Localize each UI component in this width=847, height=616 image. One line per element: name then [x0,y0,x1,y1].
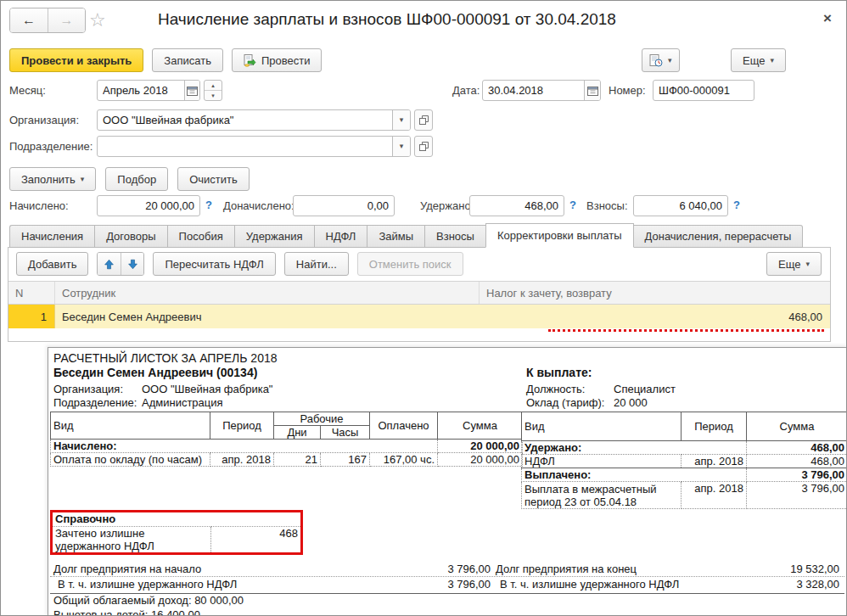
toolbar-more-button[interactable]: Еще ▾ [731,48,786,72]
tab-loans[interactable]: Займы [367,225,424,248]
number-field [653,80,754,101]
open-link-icon[interactable] [414,109,433,131]
withheld-label: Удержано: [420,199,474,212]
fill-button-label: Заполнить [21,173,76,186]
find-button[interactable]: Найти... [284,252,349,276]
grid-toolbar: Добавить Пересчитать НДФЛ Найти... Отмен… [16,252,463,276]
month-stepper[interactable]: ▴ ▾ [204,80,222,101]
tab-recalculations[interactable]: Доначисления, перерасчеты [634,225,804,248]
chevron-down-icon[interactable]: ▾ [392,137,410,156]
tax-cell[interactable]: 468,00 [480,311,830,323]
post-and-close-button[interactable]: Провести и закрыть [9,48,143,72]
accruals-table: Вид Период Рабочие Оплачено Сумма Дни Ча… [50,412,523,467]
payslip-org-label: Организация: [53,383,123,395]
tab-contracts[interactable]: Договоры [94,225,166,248]
number-input[interactable] [653,81,754,100]
grid-header-n[interactable]: N [8,282,55,304]
withheld-input[interactable] [470,196,564,216]
accrual-period: апр. 2018 [210,453,274,467]
accrual-days: 21 [274,453,321,467]
grid-more-label: Еще [778,258,800,271]
employee-cell[interactable]: Беседин Семен Андреевич [55,311,480,323]
col-header: Период [210,412,274,440]
child-deductions-line: Вычетов на детей: 16 400,00 [53,608,200,616]
grid-header-employee[interactable]: Сотрудник [55,282,480,304]
post-button[interactable]: Провести [232,48,323,72]
col-header: Вид [522,412,682,441]
organization-field-group: ▾ [97,109,433,131]
move-down-button[interactable] [121,253,143,275]
accrued-input[interactable] [98,196,199,216]
withheld-help-icon[interactable]: ? [569,199,576,211]
dropdown-caret-icon: ▾ [770,57,774,64]
contributions-help-icon[interactable]: ? [733,199,740,211]
calendar-icon[interactable] [584,81,600,100]
tab-deductions[interactable]: Удержания [234,225,314,248]
payslip-dept-label: Подразделение: [53,396,137,409]
row-number-cell[interactable]: 1 [8,305,55,328]
add-row-button[interactable]: Добавить [16,252,88,276]
fill-button[interactable]: Заполнить ▾ [9,167,96,191]
debt-end-sub-label: В т. ч. излишне удержанного НДФЛ [496,578,788,591]
tab-accruals[interactable]: Начисления [9,225,94,248]
clear-button[interactable]: Очистить [177,167,250,191]
withholding-kind: НДФЛ [522,455,682,468]
reference-title: Справочно [53,512,300,526]
tab-contributions[interactable]: Взносы [424,225,485,248]
move-up-button[interactable] [98,253,121,275]
date-input[interactable] [483,81,584,100]
stepper-up-icon[interactable]: ▴ [205,81,222,91]
accrual-hours: 167 [321,453,370,467]
favorite-star-icon[interactable]: ☆ [89,9,106,31]
pick-button[interactable]: Подбор [105,167,168,191]
payslip-report: РАСЧЕТНЫЙ ЛИСТОК ЗА АПРЕЛЬ 2018 Беседин … [48,347,847,616]
payment-period: апр. 2018 [682,482,747,509]
chevron-down-icon[interactable]: ▾ [392,110,410,130]
accrual-sum: 20 000,00 [438,453,523,467]
grid-header-tax[interactable]: Налог к зачету, возврату [480,282,830,304]
contributions-field [633,195,728,216]
tab-ndfl[interactable]: НДФЛ [314,225,367,248]
close-icon[interactable]: × [823,10,832,27]
department-input[interactable] [98,137,392,156]
month-input[interactable] [98,81,184,100]
withholding-period: апр. 2018 [682,455,747,468]
organization-input[interactable] [98,110,392,130]
col-header: Сумма [747,412,847,441]
tab-payment-adjustments[interactable]: Корректировки выплаты [485,223,634,248]
move-up-icon [104,259,115,270]
withholdings-table: Вид Период Сумма Удержано: 468,00 НДФЛ а… [521,412,847,509]
extra-accrued-input[interactable] [294,196,394,216]
debt-start-label: Долг предприятия на начало [50,563,339,575]
stepper-down-icon[interactable]: ▾ [205,91,222,100]
document-clock-icon [649,54,663,67]
payslip-salary-label: Оклад (тариф): [526,396,604,409]
back-button[interactable]: ← [10,8,48,32]
accrued-total-value: 20 000,00 [438,440,523,453]
recalc-ndfl-button[interactable]: Пересчитать НДФЛ [153,252,275,276]
department-label: Подразделение: [9,140,93,153]
col-header: Дни [274,426,321,440]
contributions-input[interactable] [634,196,727,216]
col-header: Рабочие [274,412,370,426]
open-link-icon[interactable] [414,136,433,157]
number-label: Номер: [609,84,646,97]
forward-button[interactable]: → [48,8,85,32]
date-field [482,80,601,101]
debt-end-value: 19 532,00 [788,563,844,575]
table-row[interactable]: 1 Беседин Семен Андреевич 468,00 [8,305,830,328]
posting-reports-button[interactable]: ▾ [642,48,680,72]
tab-benefits[interactable]: Пособия [167,225,234,248]
calendar-icon[interactable] [184,81,199,100]
accrued-help-icon[interactable]: ? [205,199,212,211]
payslip-org-value: ООО "Швейная фабрика" [142,383,272,395]
cancel-search-button[interactable]: Отменить поиск [357,252,463,276]
department-field-group: ▾ [97,136,433,157]
paid-total-value: 3 796,00 [747,468,847,482]
col-header: Сумма [438,412,523,440]
save-button[interactable]: Записать [152,48,223,72]
move-down-icon [127,259,138,270]
tab-content-panel: Добавить Пересчитать НДФЛ Найти... Отмен… [8,247,831,342]
month-label: Месяц: [9,84,46,97]
grid-more-button[interactable]: Еще ▾ [766,252,822,276]
